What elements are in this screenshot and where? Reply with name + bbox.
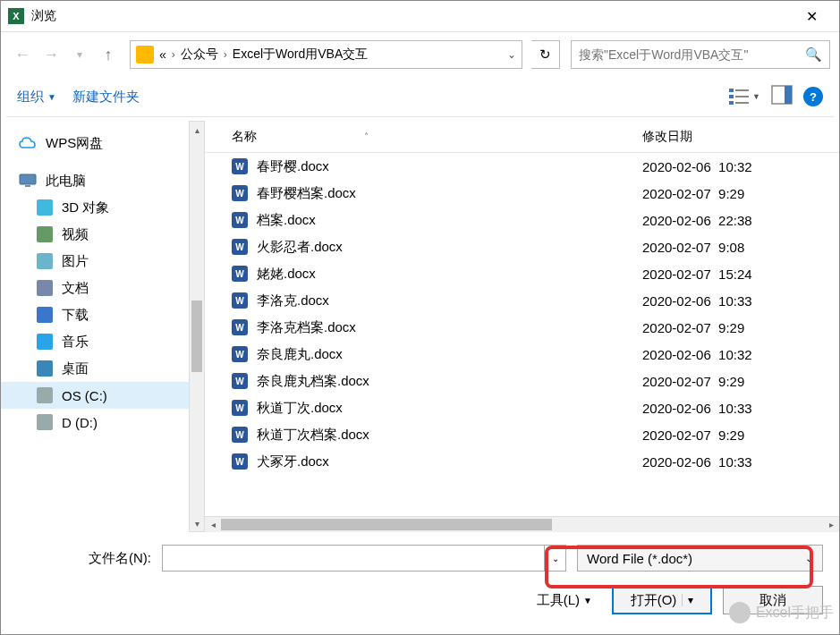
file-date: 2020-02-06 10:33	[642, 293, 839, 309]
address-bar[interactable]: « › 公众号 › Excel于Word用VBA交互 ⌄	[130, 40, 522, 69]
file-horizontal-scrollbar[interactable]: ◂ ▸	[205, 516, 839, 532]
titlebar: 浏览 ✕	[1, 1, 839, 32]
file-row[interactable]: 李洛克.docx2020-02-06 10:33	[205, 287, 839, 314]
file-row[interactable]: 火影忍者.docx2020-02-07 9:08	[205, 233, 839, 260]
sidebar-item[interactable]: 文档	[1, 275, 189, 301]
file-date: 2020-02-07 9:29	[642, 320, 839, 335]
crumb-root-chevron: «	[159, 47, 166, 62]
open-button-label: 打开(O)	[631, 592, 677, 609]
recent-dropdown-icon[interactable]: ▾	[67, 42, 92, 67]
file-row[interactable]: 奈良鹿丸档案.docx2020-02-07 9:29	[205, 368, 839, 394]
computer-icon	[19, 174, 37, 188]
sidebar-item[interactable]: 音乐	[1, 328, 189, 355]
help-button[interactable]: ?	[803, 87, 823, 106]
file-row[interactable]: 档案.docx2020-02-06 22:38	[205, 207, 839, 233]
scrollbar-thumb[interactable]	[221, 519, 552, 530]
sidebar-item[interactable]: OS (C:)	[1, 382, 189, 409]
back-button[interactable]: ←	[10, 42, 35, 67]
preview-pane-button[interactable]	[771, 85, 793, 108]
file-row[interactable]: 秋道丁次.docx2020-02-06 10:33	[205, 394, 839, 421]
column-header-date[interactable]: 修改日期	[642, 129, 839, 145]
open-button[interactable]: 打开(O) ▾	[612, 586, 712, 614]
cloud-icon	[19, 135, 37, 151]
sidebar-item[interactable]: 桌面	[1, 355, 189, 382]
sidebar-item-icon	[37, 226, 53, 242]
refresh-button[interactable]: ↻	[531, 40, 560, 69]
forward-button[interactable]: →	[38, 42, 64, 67]
sidebar-scrollbar[interactable]: ▴ ▾	[189, 121, 205, 532]
up-button[interactable]: ↑	[96, 42, 121, 67]
sidebar-item-wps[interactable]: WPS网盘	[1, 130, 189, 157]
column-header-name-label: 名称	[232, 129, 257, 145]
file-name: 奈良鹿丸档案.docx	[257, 373, 642, 390]
file-row[interactable]: 犬冢牙.docx2020-02-06 10:33	[205, 448, 839, 475]
file-name: 李洛克档案.docx	[257, 319, 642, 336]
filename-dropdown-button[interactable]: ⌄	[545, 545, 566, 572]
cancel-button[interactable]: 取消	[723, 586, 823, 614]
file-row[interactable]: 春野樱.docx2020-02-06 10:32	[205, 153, 839, 180]
file-type-filter[interactable]: Word File (*.doc*) ⌄	[577, 545, 823, 572]
file-name: 春野樱.docx	[257, 158, 642, 175]
file-row[interactable]: 秋道丁次档案.docx2020-02-07 9:29	[205, 421, 839, 448]
file-list-pane: 名称 ˄ 修改日期 春野樱.docx2020-02-06 10:32春野樱档案.…	[205, 121, 839, 532]
list-view-icon	[728, 87, 750, 106]
filename-input[interactable]	[162, 545, 545, 572]
file-row[interactable]: 春野樱档案.docx2020-02-07 9:29	[205, 180, 839, 207]
close-button[interactable]: ✕	[792, 3, 832, 30]
sidebar-item-icon	[37, 199, 53, 216]
word-doc-icon	[232, 158, 248, 174]
window-title: 浏览	[31, 8, 792, 24]
svg-rect-4	[735, 96, 749, 97]
excel-app-icon	[8, 8, 24, 24]
scroll-up-icon[interactable]: ▴	[190, 122, 204, 138]
tools-label: 工具(L)	[537, 592, 580, 609]
sidebar-item[interactable]: 视频	[1, 221, 189, 248]
file-row[interactable]: 李洛克档案.docx2020-02-07 9:29	[205, 314, 839, 341]
sidebar-item-label: WPS网盘	[46, 135, 103, 152]
file-date: 2020-02-07 15:24	[642, 267, 839, 282]
scroll-down-icon[interactable]: ▾	[190, 515, 204, 531]
sidebar-item[interactable]: D (D:)	[1, 409, 189, 436]
svg-rect-8	[20, 174, 36, 184]
organize-label: 组织	[17, 89, 44, 106]
new-folder-button[interactable]: 新建文件夹	[72, 89, 140, 106]
scrollbar-thumb[interactable]	[191, 301, 202, 372]
search-box[interactable]: 🔍	[571, 40, 830, 69]
file-name: 奈良鹿丸.docx	[257, 346, 642, 363]
sidebar-item[interactable]: 图片	[1, 248, 189, 275]
tools-dropdown[interactable]: 工具(L) ▼	[537, 592, 592, 609]
search-icon[interactable]: 🔍	[805, 47, 822, 63]
file-date: 2020-02-06 10:33	[642, 454, 839, 470]
toolbar: 组织 ▼ 新建文件夹 ▼ ?	[1, 77, 839, 116]
organize-button[interactable]: 组织 ▼	[17, 89, 56, 106]
sidebar-item-label: 文档	[62, 280, 89, 297]
file-row[interactable]: 姥姥.docx2020-02-07 15:24	[205, 260, 839, 287]
breadcrumb-1[interactable]: 公众号	[181, 47, 218, 63]
scroll-left-icon[interactable]: ◂	[205, 520, 221, 529]
sidebar-item-icon	[37, 307, 53, 323]
view-mode-button[interactable]: ▼	[728, 87, 760, 106]
svg-rect-2	[729, 101, 734, 105]
file-date: 2020-02-06 10:33	[642, 401, 839, 416]
sidebar-item-label: D (D:)	[62, 415, 98, 430]
column-header-name[interactable]: 名称 ˄	[232, 129, 642, 145]
search-input[interactable]	[579, 47, 805, 62]
sidebar-item[interactable]: 3D 对象	[1, 194, 189, 221]
breadcrumb-2[interactable]: Excel于Word用VBA交互	[233, 47, 368, 63]
sidebar-item[interactable]: 下载	[1, 301, 189, 328]
address-dropdown-icon[interactable]: ⌄	[507, 48, 516, 61]
file-list: 春野樱.docx2020-02-06 10:32春野樱档案.docx2020-0…	[205, 153, 839, 516]
folder-icon	[136, 46, 154, 64]
file-date: 2020-02-07 9:08	[642, 240, 839, 255]
filename-label: 文件名(N):	[17, 550, 151, 567]
file-name: 秋道丁次.docx	[257, 400, 642, 417]
column-header-row: 名称 ˄ 修改日期	[205, 121, 839, 153]
file-type-filter-label: Word File (*.doc*)	[587, 551, 692, 566]
word-doc-icon	[232, 185, 248, 201]
split-chevron-icon: ▾	[682, 594, 693, 606]
file-row[interactable]: 奈良鹿丸.docx2020-02-06 10:32	[205, 341, 839, 368]
sidebar-item-this-pc[interactable]: 此电脑	[1, 167, 189, 194]
scroll-right-icon[interactable]: ▸	[823, 520, 839, 529]
crumb-separator-icon: ›	[166, 48, 181, 61]
divider	[6, 116, 834, 117]
